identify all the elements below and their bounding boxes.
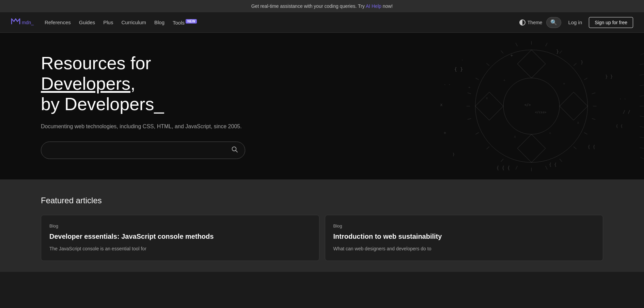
svg-line-10 <box>560 50 562 53</box>
svg-text:</css>: </css> <box>535 110 547 114</box>
svg-text:}: } <box>453 152 455 157</box>
article-title-1: Developer essentials: JavaScript console… <box>49 232 311 241</box>
svg-line-58 <box>640 64 644 64</box>
svg-line-66 <box>640 148 644 148</box>
top-banner: Get real-time assistance with your codin… <box>0 0 644 12</box>
svg-line-29 <box>487 63 489 65</box>
svg-text:}: } <box>581 60 583 65</box>
svg-point-2 <box>475 50 588 162</box>
svg-line-30 <box>501 50 503 53</box>
svg-line-24 <box>476 133 479 134</box>
featured-section: Featured articles Blog Developer essenti… <box>0 179 644 272</box>
article-tag-2: Blog <box>333 223 595 229</box>
svg-line-13 <box>592 93 595 94</box>
svg-line-12 <box>584 78 587 80</box>
svg-line-31 <box>516 43 518 46</box>
logo-icon <box>11 17 20 28</box>
search-icon: 🔍 <box>550 19 557 26</box>
svg-line-21 <box>516 166 518 170</box>
article-excerpt-1: The JavaScript console is an essential t… <box>49 245 311 252</box>
hero-title: Resources for Developers, by Developers_ <box>41 53 245 114</box>
svg-line-65 <box>640 137 644 138</box>
nav-plus[interactable]: Plus <box>103 19 113 25</box>
login-button[interactable]: Log in <box>565 17 585 27</box>
svg-text:x: x <box>486 96 488 100</box>
hero-title-underline: Developers <box>41 74 130 93</box>
signup-button[interactable]: Sign up for free <box>589 17 633 28</box>
svg-line-16 <box>584 133 587 134</box>
hero-search-icon <box>231 146 238 155</box>
hero-search-bar[interactable] <box>41 142 245 159</box>
svg-line-61 <box>640 96 644 96</box>
svg-line-25 <box>468 118 471 119</box>
articles-grid: Blog Developer essentials: JavaScript co… <box>41 215 603 261</box>
nav-guides[interactable]: Guides <box>79 19 95 25</box>
hero-title-line2: by Developers_ <box>41 94 164 114</box>
theme-button[interactable]: Theme <box>519 19 543 26</box>
svg-line-27 <box>468 93 471 94</box>
article-card-2[interactable]: Blog Introduction to web sustainability … <box>325 215 603 261</box>
hero-section: Resources for Developers, by Developers_… <box>0 33 644 179</box>
nav-right: Theme 🔍 Log in Sign up for free <box>519 17 633 28</box>
svg-marker-4 <box>518 50 546 78</box>
svg-text:/ /: / / <box>623 109 630 114</box>
svg-line-23 <box>487 147 489 149</box>
nav-blog[interactable]: Blog <box>154 19 164 25</box>
svg-line-1 <box>236 151 238 152</box>
svg-text:. .: . . <box>619 96 626 100</box>
svg-text:+: + <box>503 78 505 82</box>
svg-line-22 <box>501 159 503 162</box>
svg-line-17 <box>574 147 577 149</box>
navbar: mdn_ References Guides Plus Curriculum B… <box>0 12 644 33</box>
article-tag-1: Blog <box>49 223 311 229</box>
article-card-1[interactable]: Blog Developer essentials: JavaScript co… <box>41 215 319 261</box>
svg-line-9 <box>546 43 547 46</box>
hero-subtitle: Documenting web technologies, including … <box>41 122 245 131</box>
svg-point-0 <box>232 147 236 151</box>
svg-text:. .: . . <box>444 81 451 86</box>
ai-help-link[interactable]: AI Help <box>366 3 381 9</box>
svg-line-11 <box>574 63 577 65</box>
svg-marker-5 <box>560 92 588 120</box>
svg-text:+: + <box>563 82 565 86</box>
svg-text:{ {: { { <box>588 145 595 149</box>
svg-line-64 <box>640 127 644 127</box>
svg-text:{ {: { { <box>549 162 557 167</box>
banner-text: Get real-time assistance with your codin… <box>251 3 366 9</box>
svg-text:{ {: { { <box>616 123 623 128</box>
svg-line-57 <box>641 53 644 55</box>
tools-new-badge: NEW <box>186 19 197 24</box>
theme-icon <box>519 19 525 26</box>
svg-line-63 <box>640 116 644 117</box>
svg-text:}: } <box>556 49 559 54</box>
hero-content: Resources for Developers, by Developers_… <box>41 53 245 159</box>
svg-text:+: + <box>468 85 471 90</box>
svg-text:x: x <box>514 134 516 138</box>
banner-text-after: now! <box>381 3 393 9</box>
theme-label: Theme <box>528 20 543 25</box>
svg-text:+: + <box>511 53 513 58</box>
nav-curriculum[interactable]: Curriculum <box>121 19 146 25</box>
svg-line-18 <box>560 159 562 162</box>
svg-line-60 <box>640 85 644 86</box>
svg-text:} }: } } <box>606 74 613 79</box>
svg-text:+: + <box>549 131 551 135</box>
svg-text:+: + <box>444 131 446 135</box>
svg-line-19 <box>546 166 547 170</box>
svg-text:</>: </> <box>524 103 531 107</box>
nav-tools[interactable]: ToolsNEW <box>173 19 197 26</box>
svg-line-59 <box>640 74 644 75</box>
logo[interactable]: mdn_ <box>11 17 34 28</box>
svg-text:x: x <box>440 102 443 107</box>
svg-point-3 <box>503 78 560 134</box>
hero-search-input[interactable] <box>48 147 231 153</box>
article-title-2: Introduction to web sustainability <box>333 232 595 241</box>
svg-text:{ { {: { { { <box>497 165 510 171</box>
svg-line-28 <box>476 78 479 80</box>
svg-line-67 <box>641 157 644 159</box>
featured-title: Featured articles <box>41 196 603 205</box>
logo-text: mdn_ <box>22 20 34 25</box>
svg-text:.: . <box>461 57 464 61</box>
search-button[interactable]: 🔍 <box>546 17 561 28</box>
nav-references[interactable]: References <box>45 19 71 25</box>
